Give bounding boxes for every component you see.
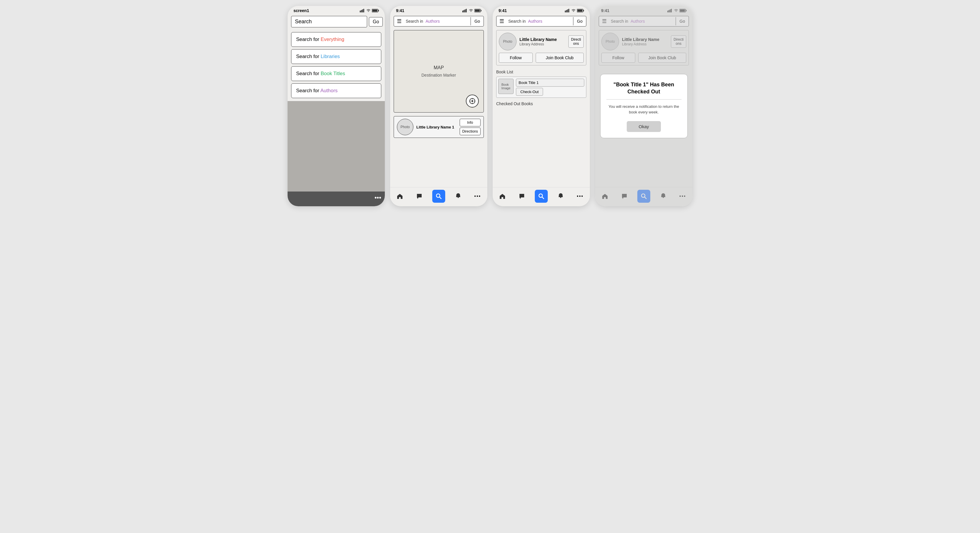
svg-rect-23 [566,10,567,13]
search-everything-btn[interactable]: Search for Everything [291,32,381,47]
follow-button-3[interactable]: Follow [499,53,533,63]
status-time-1: screen1 [293,8,309,13]
chat-icon-3 [519,193,525,199]
search-icon-3 [538,193,544,199]
nav-search-2[interactable] [432,190,445,203]
modal-body-4: You will receive a notification to retur… [606,104,681,115]
book-list-label-3: Book List [493,67,590,75]
svg-line-30 [542,197,544,199]
nav-bell-2[interactable] [452,190,465,203]
svg-rect-25 [568,9,569,13]
signal-icon-3 [565,9,570,13]
info-button-2[interactable]: Info [460,119,480,126]
svg-rect-12 [481,10,482,11]
library-name-2: Little Library Name 1 [416,125,457,129]
home-icon-3 [499,193,506,199]
signal-icon-2 [462,9,468,13]
svg-rect-0 [360,11,361,13]
hamburger-btn-2[interactable]: ☰ [394,16,404,26]
library-strip-2: Photo Little Library Name 1 Info Directi… [394,116,484,138]
checkout-modal: "Book Title 1" Has Been Checked Out You … [600,74,688,138]
svg-rect-10 [466,9,467,13]
svg-point-15 [471,100,473,102]
bell-icon-3 [558,193,564,199]
svg-line-21 [440,197,442,199]
svg-rect-6 [372,10,377,12]
modal-overlay-4: "Book Title 1" Has Been Checked Out You … [595,6,692,206]
spacer-3 [493,107,590,187]
join-book-club-button-3[interactable]: Join Book Club [536,53,584,63]
book-title-3: Book Title 1 [516,79,584,87]
svg-rect-24 [567,10,568,13]
home-icon-2 [396,193,403,199]
svg-rect-28 [578,10,582,12]
search-libraries-btn[interactable]: Search for Libraries [291,49,381,64]
svg-rect-9 [465,10,466,13]
nav-home-3[interactable] [496,190,509,203]
go-button-3[interactable]: Go [573,17,586,25]
nav-more-3[interactable]: ••• [574,190,587,203]
lib-detail-top-3: Photo Little Library Name Library Addres… [499,33,584,50]
wifi-icon [366,9,371,13]
library-actions-2: Info Directions [460,119,480,135]
map-area[interactable]: MAP Destination Marker [394,30,484,113]
modal-okay-button-4[interactable]: Okay [627,121,660,132]
more-dots-1[interactable]: ••• [374,194,381,202]
location-button[interactable] [466,95,479,108]
hamburger-btn-3[interactable]: ☰ [496,16,507,26]
nav-chat-3[interactable] [515,190,528,203]
modal-title-4: "Book Title 1" Has Been Checked Out [606,81,681,95]
battery-icon-3 [577,9,584,13]
status-bar-2: 9:41 [390,6,487,14]
bottom-nav-3: ••• [493,187,590,206]
go-button-2[interactable]: Go [471,17,484,25]
spacer-2 [390,140,487,187]
status-bar-1: screen1 [288,6,385,14]
search-bar-3: ☰ Search in Authors Go [496,16,586,27]
screen-2: 9:41 ☰ Search in Authors Go MAP Destinat… [390,6,487,206]
search-bar-2: ☰ Search in Authors Go [394,16,484,27]
screen-3: 9:41 ☰ Search in Authors Go Photo Little… [493,6,590,206]
search-input-1[interactable] [291,16,367,27]
book-item-3: BookImage Book Title 1 Check-Out [496,76,586,98]
svg-rect-22 [565,11,566,13]
svg-rect-27 [584,10,584,11]
search-bar-1: Go [291,16,381,27]
signal-icon [360,9,365,13]
search-icon-2 [436,193,442,199]
bottom-bar-1: ••• [288,191,385,206]
nav-search-3[interactable] [535,190,548,203]
book-details-3: Book Title 1 Check-Out [516,79,584,96]
nav-chat-2[interactable] [413,190,426,203]
svg-point-29 [539,194,542,197]
search-authors-btn[interactable]: Search for Authors [291,83,381,98]
nav-bell-3[interactable] [554,190,567,203]
go-button-1[interactable]: Go [369,17,383,27]
wifi-icon-3 [571,9,576,13]
svg-rect-8 [463,10,465,13]
nav-more-2[interactable]: ••• [471,190,484,203]
directions-button-3[interactable]: Directi ons [568,35,584,48]
checkout-button-3[interactable]: Check-Out [516,88,543,96]
battery-icon [372,9,379,13]
modal-divider-4 [606,99,681,100]
svg-rect-3 [363,9,364,13]
status-time-2: 9:41 [396,8,404,13]
status-time-3: 9:41 [498,8,507,13]
search-book-titles-btn[interactable]: Search for Book Titles [291,66,381,81]
search-options: Search for Everything Search for Librari… [288,29,385,101]
nav-home-2[interactable] [393,190,406,203]
screen-4: 9:41 ☰ Search in Authors Go Photo Little… [595,6,692,206]
map-label: MAP [434,65,444,70]
bell-icon-2 [455,193,461,199]
map-sublabel: Destination Marker [422,73,456,78]
lib-name-3: Little Library Name [519,37,565,42]
chat-icon-2 [416,193,423,199]
more-icon-2: ••• [474,194,481,199]
search-in-value-2: Authors [424,19,471,24]
svg-rect-13 [475,10,480,12]
search-in-label-3: Search in [507,17,527,25]
directions-button-2[interactable]: Directions [460,127,480,135]
status-bar-3: 9:41 [493,6,590,14]
screen-1: screen1 Go Search for Everything Search … [288,6,385,206]
